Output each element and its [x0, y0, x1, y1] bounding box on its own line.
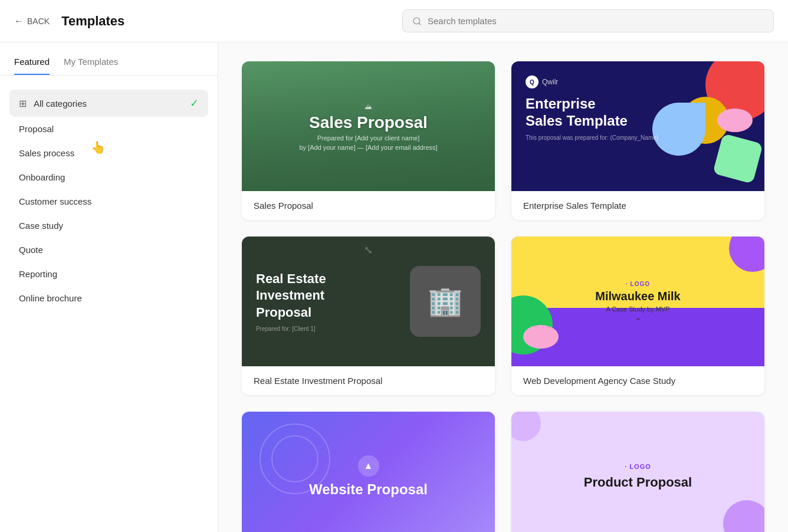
template-label-sales-proposal: Sales Proposal	[242, 191, 495, 220]
header: ← BACK Templates	[0, 0, 788, 42]
wp-circle-2	[271, 435, 319, 482]
category-item-online-brochure[interactable]: Online brochure	[9, 286, 208, 310]
wd-content: · LOGO Milwaukee Milk A Case Study by MV…	[595, 281, 681, 322]
re-corner-icon: ⤡	[364, 244, 373, 257]
template-label-real-estate: Real Estate Investment Proposal	[242, 366, 495, 395]
wp-title: Website Proposal	[309, 481, 428, 498]
main-content: ⛰ Sales Proposal Prepared for [Add your …	[218, 42, 788, 532]
category-item-onboarding[interactable]: Onboarding	[9, 165, 208, 189]
check-icon: ✓	[190, 97, 199, 110]
page-title: Templates	[61, 14, 124, 29]
category-item-customer-success[interactable]: Customer success	[9, 189, 208, 214]
pp-blob-1	[723, 500, 764, 532]
template-card-product-proposal[interactable]: · LOGO Product Proposal	[511, 412, 764, 532]
template-thumb-sales-proposal: ⛰ Sales Proposal Prepared for [Add your …	[242, 61, 495, 191]
tab-my-templates[interactable]: My Templates	[64, 57, 118, 75]
enterprise-content: Q Qwilr Enterprise Sales Template This p…	[526, 75, 658, 141]
wp-logo-circle: ▲	[358, 455, 379, 477]
grid-icon: ⊞	[19, 98, 27, 109]
category-label-sales-process: Sales process	[19, 148, 199, 158]
category-label-onboarding: Onboarding	[19, 172, 199, 182]
wd-blob	[523, 325, 559, 349]
shape-blue	[652, 103, 705, 156]
wp-logo-arrow-icon: ▲	[364, 461, 373, 471]
ent-logo-circle: Q	[526, 75, 539, 88]
ent-logo-text: Qwilr	[542, 78, 558, 86]
pp-blob-2	[511, 412, 541, 441]
template-grid: ⛰ Sales Proposal Prepared for [Add your …	[242, 61, 764, 532]
re-left: Real EstateInvestmentProposal Prepared f…	[256, 271, 410, 333]
re-building: 🏢	[410, 266, 481, 337]
wd-logo-row: · LOGO	[595, 281, 681, 287]
template-thumb-enterprise: Q Qwilr Enterprise Sales Template This p…	[511, 61, 764, 191]
svg-line-1	[419, 23, 421, 25]
mountain-decoration: ⛰	[299, 102, 437, 111]
category-label-all: All categories	[34, 98, 183, 109]
category-list: ⊞ All categories ✓ Proposal Sales proces…	[0, 90, 218, 310]
wd-main-title: Milwaukee Milk	[595, 290, 681, 303]
category-label-case-study: Case study	[19, 221, 199, 231]
search-input[interactable]	[428, 16, 764, 26]
sidebar: Featured My Templates ⊞ All categories ✓…	[0, 42, 218, 532]
category-item-quote[interactable]: Quote	[9, 238, 208, 262]
template-thumb-website-proposal: ▲ Website Proposal	[242, 412, 495, 532]
sales-proposal-text: ⛰ Sales Proposal Prepared for [Add your …	[299, 102, 437, 151]
template-card-website-proposal[interactable]: ▲ Website Proposal Website Proposal	[242, 412, 495, 532]
wd-case-label: A Case Study by MVP	[595, 306, 681, 313]
re-title: Real EstateInvestmentProposal	[256, 271, 410, 321]
back-arrow-icon: ←	[14, 16, 24, 27]
sp-byline: by [Add your name] — [Add your email add…	[299, 144, 437, 151]
ent-sub: This proposal was prepared for: (Company…	[526, 134, 658, 141]
category-label-online-brochure: Online brochure	[19, 293, 199, 303]
template-thumb-product-proposal: · LOGO Product Proposal	[511, 412, 764, 532]
category-item-case-study[interactable]: Case study	[9, 214, 208, 238]
sp-title: Sales Proposal	[299, 113, 437, 132]
search-icon	[412, 17, 422, 26]
re-arrows-icon: ⤡	[364, 244, 373, 256]
category-label-quote: Quote	[19, 245, 199, 255]
template-card-enterprise[interactable]: Q Qwilr Enterprise Sales Template This p…	[511, 61, 764, 220]
re-sub: Prepared for: [Client 1]	[256, 326, 410, 332]
sp-subtitle: Prepared for [Add your client name]	[299, 134, 437, 142]
category-item-reporting[interactable]: Reporting	[9, 262, 208, 286]
template-card-sales-proposal[interactable]: ⛰ Sales Proposal Prepared for [Add your …	[242, 61, 495, 220]
template-card-web-dev[interactable]: · LOGO Milwaukee Milk A Case Study by MV…	[511, 237, 764, 395]
wd-chevron-icon: ⌄	[595, 313, 681, 322]
template-thumb-web-dev: · LOGO Milwaukee Milk A Case Study by MV…	[511, 237, 764, 366]
template-thumb-real-estate: ⤡ Real EstateInvestmentProposal Prepared…	[242, 237, 495, 366]
search-bar[interactable]	[402, 9, 774, 32]
pp-logo: · LOGO	[625, 463, 651, 470]
pp-title: Product Proposal	[584, 475, 692, 490]
category-label-reporting: Reporting	[19, 269, 199, 279]
ent-logo-letter: Q	[530, 79, 534, 86]
category-label-customer-success: Customer success	[19, 196, 199, 206]
shape-pink	[717, 109, 753, 132]
category-item-all[interactable]: ⊞ All categories ✓	[9, 90, 208, 117]
building-icon: 🏢	[428, 285, 463, 318]
back-label: BACK	[27, 17, 50, 26]
category-item-sales-process[interactable]: Sales process	[9, 141, 208, 165]
shape-green	[713, 133, 763, 184]
template-label-enterprise: Enterprise Sales Template	[511, 191, 764, 220]
ent-title: Enterprise Sales Template	[526, 96, 632, 130]
tab-bar: Featured My Templates	[0, 57, 218, 75]
category-label-proposal: Proposal	[19, 124, 199, 134]
tab-featured[interactable]: Featured	[14, 57, 50, 75]
template-card-real-estate[interactable]: ⤡ Real EstateInvestmentProposal Prepared…	[242, 237, 495, 395]
body-layout: Featured My Templates ⊞ All categories ✓…	[0, 42, 788, 532]
enterprise-logo: Q Qwilr	[526, 75, 658, 88]
category-item-proposal[interactable]: Proposal	[9, 117, 208, 141]
back-button[interactable]: ← BACK	[14, 16, 50, 27]
template-label-web-dev: Web Development Agency Case Study	[511, 366, 764, 395]
